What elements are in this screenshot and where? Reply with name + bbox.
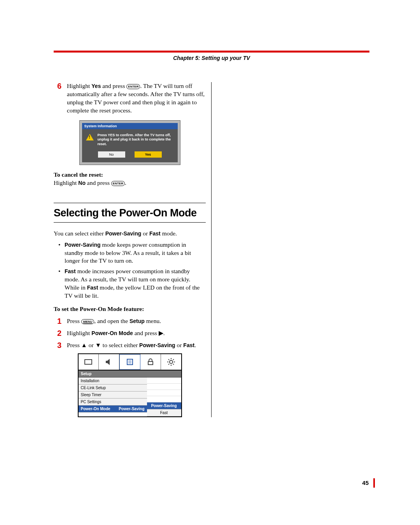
svg-rect-5 xyxy=(148,362,153,365)
right-column-empty xyxy=(217,82,369,417)
page-number-accent xyxy=(373,478,375,488)
cancel-heading: To cancel the reset: xyxy=(54,171,206,178)
page-number: 45 xyxy=(362,479,369,486)
tab-picture-icon[interactable] xyxy=(79,354,99,370)
step-number: 3 xyxy=(54,341,61,349)
tab-audio-icon[interactable] xyxy=(99,354,119,370)
svg-line-12 xyxy=(173,364,174,365)
right-arrow-icon: ▶ xyxy=(159,330,163,336)
menu-icon: MENU xyxy=(81,319,94,324)
svg-rect-0 xyxy=(85,360,92,364)
svg-line-13 xyxy=(173,359,174,360)
step-text: Highlight Yes and press ENTER. The TV wi… xyxy=(67,82,206,115)
bullet-power-saving: Power-Saving mode keeps power consumptio… xyxy=(54,241,206,265)
chapter-header: Chapter 5: Setting up your TV xyxy=(54,51,369,61)
menu-item-installation[interactable]: Installation xyxy=(79,378,147,385)
dialog-title: System Information xyxy=(82,123,178,129)
column-divider xyxy=(211,82,212,417)
menu-item-power-on-mode[interactable]: Power-On ModePower-Saving xyxy=(79,406,147,413)
tab-lock-icon[interactable] xyxy=(140,354,161,370)
step-2: 2 Highlight Power-On Mode and press ▶. xyxy=(54,329,206,337)
menu-category: Setup xyxy=(79,370,181,378)
tab-setup-icon[interactable] xyxy=(119,354,140,370)
menu-item-celink[interactable]: CE-Link Setup xyxy=(79,385,147,392)
step-1: 1 Press MENU, and open the Setup menu. xyxy=(54,317,206,325)
procedure-heading: To set the Power-On Mode feature: xyxy=(54,306,206,313)
step-number: 2 xyxy=(54,329,61,337)
bullet-fast: Fast mode increases power consumption in… xyxy=(54,267,206,300)
down-arrow-icon: ▼ xyxy=(95,342,101,348)
tab-preferences-icon[interactable] xyxy=(161,354,181,370)
label-yes: Yes xyxy=(91,83,101,89)
section-title: Selecting the Power-On Mode xyxy=(54,203,206,222)
enter-icon: ENTER xyxy=(111,181,125,186)
step-number: 6 xyxy=(54,82,61,115)
cancel-text: Highlight No and press ENTER. xyxy=(54,179,206,187)
setup-menu-screenshot: Setup Installation CE-Link Setup Sleep T… xyxy=(78,353,182,417)
option-fast[interactable]: Fast xyxy=(147,409,181,416)
step-number: 1 xyxy=(54,317,61,325)
intro-text: You can select either Power-Saving or Fa… xyxy=(54,230,206,238)
system-info-dialog: System Information Press YES to confirm.… xyxy=(79,120,180,165)
menu-item-sleep-timer[interactable]: Sleep Timer xyxy=(79,392,147,399)
step-3: 3 Press ▲ or ▼ to select either Power-Sa… xyxy=(54,341,206,349)
svg-line-11 xyxy=(168,359,169,360)
dialog-message: Press YES to confirm. After the TV turns… xyxy=(98,133,174,147)
menu-item-pc-settings[interactable]: PC Settings xyxy=(79,399,147,406)
label-no: No xyxy=(78,180,86,186)
option-power-saving[interactable]: Power-Saving xyxy=(147,402,181,409)
tab-bar xyxy=(79,354,181,370)
enter-icon: ENTER xyxy=(126,84,140,89)
dialog-yes-button[interactable]: Yes xyxy=(135,151,162,158)
dialog-no-button[interactable]: No xyxy=(98,151,125,158)
step-6: 6 Highlight Yes and press ENTER. The TV … xyxy=(54,82,206,115)
warning-icon xyxy=(86,134,94,140)
svg-point-6 xyxy=(170,360,173,363)
up-arrow-icon: ▲ xyxy=(81,342,87,348)
svg-line-14 xyxy=(168,364,169,365)
